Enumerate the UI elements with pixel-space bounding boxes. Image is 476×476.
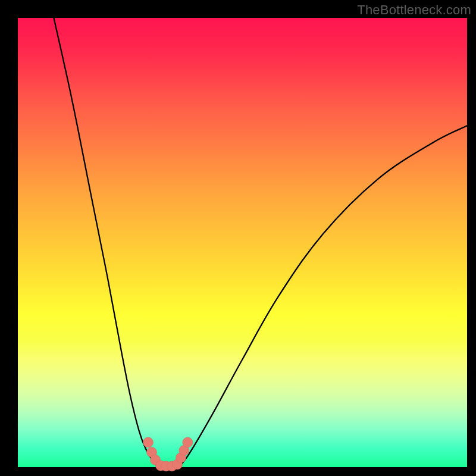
- chart-stage: TheBottleneck.com: [0, 0, 476, 476]
- bottleneck-curve-right: [175, 126, 467, 467]
- bottom-markers: [143, 437, 192, 471]
- attribution-watermark: TheBottleneck.com: [357, 2, 471, 18]
- bottleneck-curve-left: [54, 18, 161, 467]
- marker-dot: [183, 437, 193, 447]
- plot-area: [18, 18, 467, 467]
- curve-layer: [18, 18, 467, 467]
- marker-dot: [143, 437, 153, 447]
